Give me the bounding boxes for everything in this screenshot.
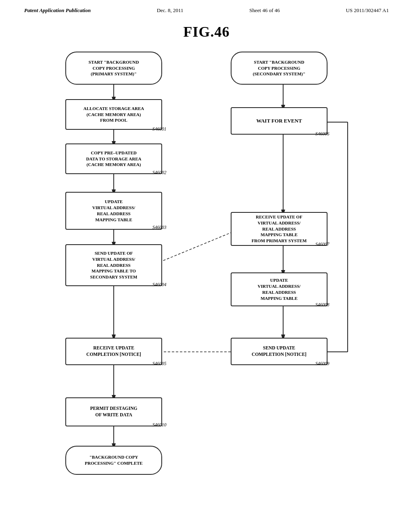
step-s46005: S46005: [152, 361, 167, 366]
box-update-va2: UPDATE VIRTUAL ADDRESS/ REAL ADDRESS MAP…: [231, 272, 327, 306]
step-s46006: S46006: [315, 131, 330, 136]
box-update-va: UPDATE VIRTUAL ADDRESS/ REAL ADDRESS MAP…: [65, 192, 162, 230]
step-s46009: S46009: [315, 361, 330, 366]
step-s46004: S46004: [152, 282, 167, 287]
step-s46007: S46007: [315, 242, 330, 247]
box-wait-event: WAIT FOR EVENT: [231, 107, 327, 135]
box-start-secondary: START "BACKGROUND COPY PROCESSING (SECON…: [231, 52, 327, 85]
box-end-complete: "BACKGROUND COPY PROCESSING" COMPLETE: [65, 446, 162, 475]
box-copy-pre: COPY PRE–UPDATED DATA TO STORAGE AREA (C…: [65, 143, 162, 174]
figure-title: FIG.46: [0, 23, 413, 40]
step-s46003: S46003: [152, 225, 167, 230]
step-s46008: S46008: [315, 302, 330, 307]
box-permit-destage: PERMIT DESTAGING OF WRITE DATA: [65, 397, 162, 426]
box-start-primary: START "BACKGROUND COPY PROCESSING (PRIMA…: [65, 52, 162, 85]
page-header: Patent Application Publication Dec. 8, 2…: [0, 0, 413, 14]
box-send-completion: SEND UPDATE COMPLETION [NOTICE]: [231, 338, 327, 365]
box-send-update: SEND UPDATE OF VIRTUAL ADDRESS/ REAL ADD…: [65, 244, 162, 286]
svg-line-16: [152, 229, 240, 265]
sheet-label: Sheet 46 of 46: [249, 7, 280, 14]
step-s46001: S46001: [152, 127, 167, 131]
step-s46002: S46002: [152, 170, 167, 175]
box-receive-update: RECEIVE UPDATE OF VIRTUAL ADDRESS/ REAL …: [231, 212, 327, 246]
page: Patent Application Publication Dec. 8, 2…: [0, 0, 413, 532]
step-s46010: S46010: [152, 422, 167, 427]
date-label: Dec. 8, 2011: [157, 7, 184, 14]
patent-number: US 2011/302447 A1: [346, 7, 389, 14]
box-allocate: ALLOCATE STORAGE AREA (CACHE MEMORY AREA…: [65, 99, 162, 130]
publication-label: Patent Application Publication: [24, 7, 91, 14]
flowchart-diagram: START "BACKGROUND COPY PROCESSING (PRIMA…: [33, 48, 380, 503]
box-receive-completion: RECEIVE UPDATE COMPLETION [NOTICE]: [65, 338, 162, 365]
